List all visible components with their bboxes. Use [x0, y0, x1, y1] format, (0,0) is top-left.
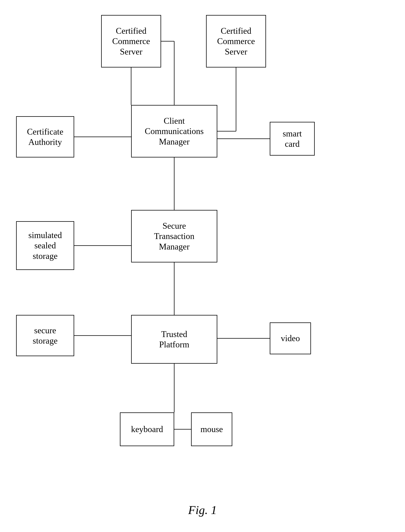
mouse-box: mouse [191, 412, 232, 446]
keyboard-label: keyboard [131, 424, 163, 434]
client-communications-manager-label: ClientCommunicationsManager [145, 116, 204, 147]
certified-commerce-server-left-label: CertifiedCommerceServer [112, 26, 150, 57]
secure-storage-box: securestorage [16, 315, 74, 356]
secure-transaction-manager-label: SecureTransactionManager [154, 221, 195, 252]
certified-commerce-server-right-box: CertifiedCommerceServer [206, 15, 266, 68]
certificate-authority-label: CertificateAuthority [27, 126, 63, 147]
mouse-label: mouse [200, 424, 223, 434]
video-label: video [281, 333, 300, 343]
secure-transaction-manager-box: SecureTransactionManager [131, 210, 217, 263]
trusted-platform-box: TrustedPlatform [131, 315, 217, 364]
simulated-sealed-storage-label: simulatedsealedstorage [28, 230, 62, 261]
video-box: video [270, 322, 311, 354]
smart-card-label: smartcard [283, 128, 302, 149]
keyboard-box: keyboard [120, 412, 174, 446]
certificate-authority-box: CertificateAuthority [16, 116, 74, 158]
figure-label: Fig. 1 [188, 503, 217, 517]
secure-storage-label: securestorage [33, 325, 58, 346]
trusted-platform-label: TrustedPlatform [159, 329, 189, 350]
simulated-sealed-storage-box: simulatedsealedstorage [16, 221, 74, 270]
smart-card-box: smartcard [270, 122, 315, 156]
certified-commerce-server-right-label: CertifiedCommerceServer [217, 26, 255, 57]
certified-commerce-server-left-box: CertifiedCommerceServer [101, 15, 161, 68]
client-communications-manager-box: ClientCommunicationsManager [131, 105, 217, 158]
